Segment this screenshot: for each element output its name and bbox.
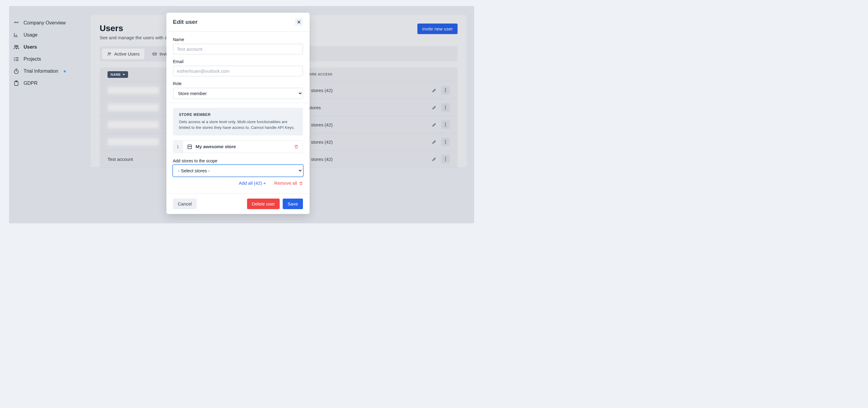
modal-title: Edit user (173, 19, 197, 25)
role-info-title: STORE MEMBER (179, 112, 297, 117)
store-name-label: My awesome store (196, 144, 236, 149)
cancel-button[interactable]: Cancel (173, 199, 197, 209)
name-label: Name (173, 37, 303, 42)
remove-all-link[interactable]: Remove all (274, 180, 303, 185)
role-info-box: STORE MEMBER Gets access at a store leve… (173, 108, 303, 136)
add-stores-select[interactable]: - Select stores - (173, 165, 303, 176)
role-label: Role (173, 81, 303, 86)
scoped-store-row: 1 My awesome store (173, 140, 303, 153)
name-input[interactable] (173, 44, 303, 54)
store-index: 1 (173, 141, 183, 153)
plus-icon: + (264, 180, 266, 185)
add-all-link[interactable]: Add all (42) + (239, 180, 266, 185)
remove-store-button[interactable] (290, 144, 303, 149)
trash-icon (294, 144, 299, 149)
delete-user-button[interactable]: Delete user (247, 199, 280, 209)
add-stores-label: Add stores to the scope (173, 159, 303, 163)
storefront-icon (187, 144, 193, 150)
close-icon: ✕ (297, 19, 301, 25)
role-select[interactable]: Store member (173, 88, 303, 99)
close-button[interactable]: ✕ (295, 18, 303, 26)
email-label: Email (173, 59, 303, 64)
remove-all-label: Remove all (274, 180, 297, 185)
role-info-text: Gets access at a store level only. Multi… (179, 119, 297, 131)
email-input[interactable] (173, 66, 303, 76)
edit-user-modal: Edit user ✕ Name Email Role Store member… (166, 13, 310, 214)
trash-icon (299, 180, 303, 185)
save-button[interactable]: Save (283, 199, 303, 209)
add-all-label: Add all (42) (239, 180, 262, 185)
